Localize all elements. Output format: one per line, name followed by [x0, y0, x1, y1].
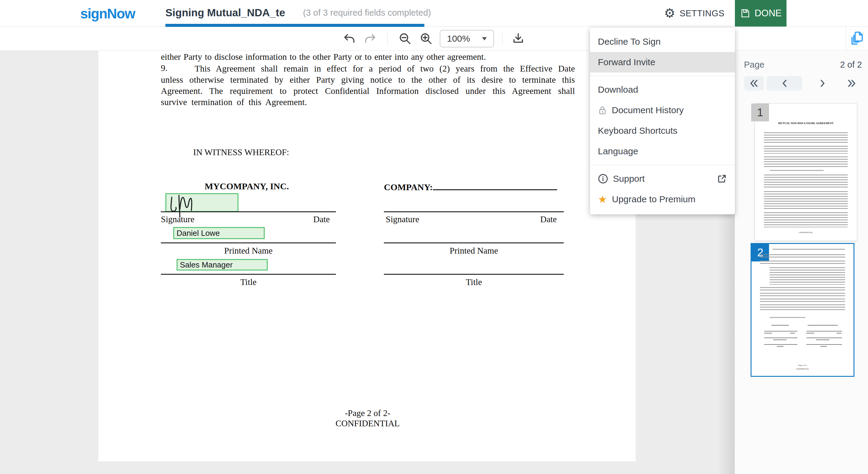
page-2-thumbnail-number: 2: [751, 244, 769, 262]
page-thumbnails-toggle-button[interactable]: [849, 30, 865, 47]
zoom-level-select[interactable]: 100%: [440, 30, 494, 48]
title-line-left: [161, 274, 336, 275]
page-count: 2 of 2: [840, 60, 862, 70]
settings-button[interactable]: ⚙ SETTINGS: [664, 0, 725, 27]
zoom-out-icon: [399, 32, 411, 45]
printed-name-label-left: Printed Name: [161, 246, 336, 256]
clause-9-paragraph: This Agreement shall remain in effect fo…: [161, 63, 575, 108]
signature-label-left: Signature: [161, 214, 194, 224]
paragraph-8-last-line: either Party to disclose information to …: [161, 52, 580, 62]
options-menu: Decline To Sign Forward Invite Download …: [590, 28, 735, 214]
last-page-button[interactable]: [841, 76, 862, 91]
page-1-thumbnail-number: 1: [751, 103, 769, 121]
info-icon: [598, 174, 608, 184]
thumbnail-document-title: MUTUAL NON-DISCLOSURE AGREEMENT: [755, 122, 857, 125]
done-button[interactable]: DONE: [735, 0, 786, 27]
pages-icon: [849, 30, 865, 47]
document-page: either Party to disclose information to …: [98, 51, 636, 461]
next-page-icon: [819, 79, 826, 88]
redo-button[interactable]: [364, 33, 376, 44]
signature-line-right: [384, 211, 564, 212]
toolbar-divider: [502, 32, 503, 45]
download-button[interactable]: [512, 32, 525, 45]
document-title: Signing Mutual_NDA_te: [165, 7, 299, 19]
download-icon: [512, 32, 525, 45]
zoom-in-icon: [420, 32, 433, 45]
page-label: Page: [744, 60, 765, 70]
page-1-thumbnail[interactable]: 1 MUTUAL NON-DISCLOSURE AGREEMENT CONFID…: [755, 103, 857, 241]
next-page-button[interactable]: [813, 76, 833, 91]
menu-item-download[interactable]: Download: [590, 80, 735, 100]
previous-page-icon: [781, 79, 788, 88]
date-label-right: Date: [540, 214, 557, 224]
previous-page-button[interactable]: [767, 76, 802, 91]
signnow-logo[interactable]: signNow: [80, 5, 135, 22]
menu-divider: [590, 76, 735, 76]
first-page-icon: [749, 79, 759, 88]
menu-item-decline-to-sign[interactable]: Decline To Sign: [590, 31, 735, 52]
page-footer-confidential: CONFIDENTIAL: [161, 418, 574, 428]
page-2-thumbnail-selected[interactable]: 2 -Page 2 of 2: [751, 243, 855, 377]
toolbar: 100%: [0, 27, 868, 51]
title-label-left: Title: [161, 277, 336, 287]
company-left-heading: MYCOMPANY, INC.: [205, 181, 289, 191]
undo-button[interactable]: [343, 33, 355, 44]
printed-name-line-right: [384, 242, 564, 243]
page-footer-number: -Page 2 of 2-: [161, 408, 574, 418]
printed-name-field[interactable]: Daniel Lowe: [173, 227, 265, 239]
gear-icon: ⚙: [664, 7, 676, 20]
witness-whereof-text: IN WITNESS WHEREOF:: [193, 147, 289, 157]
zoom-out-button[interactable]: [399, 32, 411, 45]
last-page-icon: [846, 79, 857, 88]
fields-completed-status: (3 of 3 required fields completed): [303, 8, 431, 18]
pages-sidebar: Page 2 of 2 1 MUTUAL NON-DISCLOSURE AGRE: [735, 51, 868, 474]
signature-field[interactable]: [165, 193, 239, 212]
date-label-left: Date: [313, 214, 330, 224]
menu-item-language[interactable]: Language: [590, 141, 735, 161]
thumbnail-confidential-footer: CONFIDENTIAL: [765, 231, 846, 233]
printed-name-line-left: [161, 242, 336, 243]
zoom-level-value: 100%: [447, 33, 470, 44]
title-line-right: [384, 274, 564, 275]
thumbnail-confidential-footer: CONFIDENTIAL: [764, 368, 841, 370]
menu-divider: [590, 165, 735, 165]
redo-icon: [364, 33, 376, 44]
menu-item-keyboard-shortcuts[interactable]: Keyboard Shortcuts: [590, 120, 735, 141]
menu-item-document-history[interactable]: Document History: [590, 100, 735, 120]
company-blank-line: [433, 181, 557, 190]
toolbar-divider: [388, 32, 388, 45]
external-link-icon: [717, 174, 727, 184]
toolbar-right-divider: [846, 27, 846, 51]
company-right-heading: COMPANY:: [384, 181, 557, 192]
undo-icon: [343, 33, 355, 44]
thumbnail-page-footer: -Page 2 of 2-: [764, 364, 841, 366]
title-label-right: Title: [384, 277, 564, 287]
signature-label-right: Signature: [386, 214, 419, 224]
menu-item-support[interactable]: Support: [590, 169, 735, 189]
completion-progress-bar: [165, 24, 424, 27]
lock-icon: [598, 106, 607, 115]
settings-label: SETTINGS: [680, 8, 725, 19]
signature-line-left: [161, 211, 336, 212]
first-page-button[interactable]: [744, 76, 764, 91]
title-field[interactable]: Sales Manager: [177, 259, 268, 270]
printed-name-label-right: Printed Name: [384, 246, 564, 256]
done-label: DONE: [754, 8, 782, 19]
zoom-in-button[interactable]: [420, 32, 433, 45]
caret-down-icon: [482, 37, 487, 40]
toolbar-controls: 100%: [338, 27, 525, 51]
signnow-app: signNow Signing Mutual_NDA_te (3 of 3 re…: [0, 0, 868, 474]
top-bar: signNow Signing Mutual_NDA_te (3 of 3 re…: [0, 0, 868, 27]
menu-item-forward-invite[interactable]: Forward Invite: [590, 52, 735, 72]
star-icon: ★: [598, 194, 607, 204]
save-icon: [740, 8, 751, 19]
menu-item-upgrade-to-premium[interactable]: ★ Upgrade to Premium: [590, 189, 735, 210]
